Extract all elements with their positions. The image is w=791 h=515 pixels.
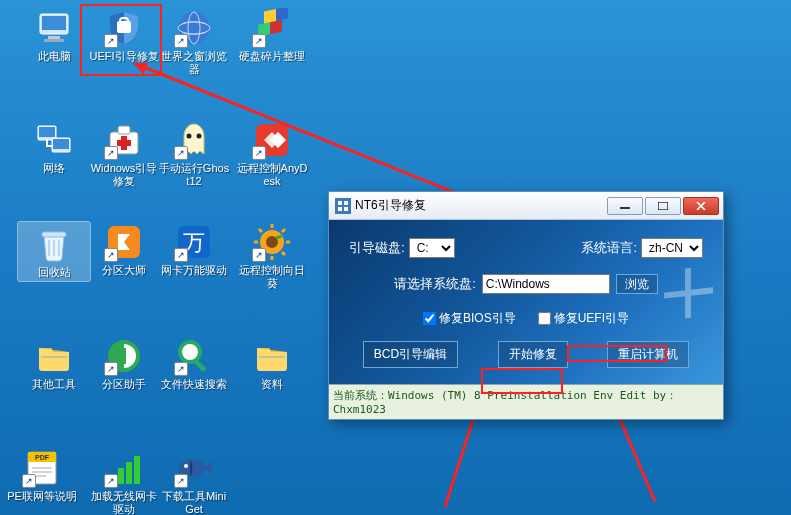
desktop-icon[interactable]: ↗加载无线网卡驱动 (88, 448, 160, 515)
boot-disk-label: 引导磁盘: (349, 239, 405, 257)
desktop-icon-label: 远程控制AnyDesk (236, 162, 308, 188)
pc-icon (34, 8, 74, 48)
shortcut-arrow-icon: ↗ (22, 474, 36, 488)
start-repair-button[interactable]: 开始修复 (498, 341, 568, 368)
svg-point-22 (197, 134, 202, 139)
folder-icon (252, 336, 292, 376)
desktop-icon[interactable]: ↗远程控制向日葵 (236, 222, 308, 290)
desktop-icon[interactable]: ↗世界之窗浏览器 (158, 8, 230, 76)
desktop-icon-label: 加载无线网卡驱动 (88, 490, 160, 515)
select-sys-label: 请选择系统盘: (394, 275, 476, 293)
shortcut-arrow-icon: ↗ (174, 146, 188, 160)
pcnet-icon (34, 120, 74, 160)
svg-rect-24 (42, 232, 66, 237)
sys-lang-label: 系统语言: (581, 239, 637, 257)
desktop-icon-label: 分区大师 (102, 264, 146, 277)
pa-icon: ↗ (104, 336, 144, 376)
shortcut-arrow-icon: ↗ (252, 248, 266, 262)
globe-icon: ↗ (174, 8, 214, 48)
desktop-icon[interactable]: 此电脑 (18, 8, 90, 63)
shortcut-arrow-icon: ↗ (104, 34, 118, 48)
shortcut-arrow-icon: ↗ (174, 34, 188, 48)
svg-rect-1 (42, 16, 66, 30)
desktop-icon-label: 网络 (43, 162, 65, 175)
desktop-icon[interactable]: ↗Widnows引导修复 (88, 120, 160, 188)
desktop-icon[interactable]: ↗硬盘碎片整理 (236, 8, 308, 63)
fix-bios-checkbox[interactable] (423, 312, 436, 325)
boot-disk-select[interactable]: C: (409, 238, 455, 258)
svg-rect-4 (117, 21, 131, 33)
svg-rect-18 (118, 126, 130, 134)
browse-button[interactable]: 浏览 (616, 274, 658, 294)
desktop-icon[interactable]: ↗手动运行Ghost12 (158, 120, 230, 188)
svg-rect-45 (335, 198, 351, 214)
desktop-icon-label: UEFI引导修复 (89, 50, 158, 63)
desktop-icon-label: PE联网等说明 (7, 490, 77, 503)
svg-rect-41 (126, 462, 132, 484)
shortcut-arrow-icon: ↗ (104, 248, 118, 262)
desktop-icon[interactable]: ↗文件快速搜索 (158, 336, 230, 391)
maximize-button[interactable] (645, 197, 681, 215)
titlebar[interactable]: NT6引导修复 (329, 192, 723, 220)
desktop-icon[interactable]: 资料 (236, 336, 308, 391)
desktop-icon-label: 下载工具MiniGet (158, 490, 230, 515)
svg-rect-20 (117, 140, 131, 146)
bcd-edit-button[interactable]: BCD引导编辑 (363, 341, 458, 368)
svg-rect-10 (270, 20, 282, 35)
desktop-icon-label: 回收站 (38, 266, 71, 279)
svg-rect-46 (620, 207, 630, 209)
desktop-icon-label: 远程控制向日葵 (236, 264, 308, 290)
svg-rect-11 (264, 9, 276, 24)
desktop-icon[interactable]: 回收站 (18, 222, 90, 281)
om-icon: ↗ (104, 222, 144, 262)
desktop-icon[interactable]: 网络 (18, 120, 90, 175)
shortcut-arrow-icon: ↗ (252, 34, 266, 48)
mag-icon: ↗ (174, 336, 214, 376)
desktop-icon-label: Widnows引导修复 (88, 162, 160, 188)
svg-rect-14 (39, 127, 55, 137)
fix-bios-check-label[interactable]: 修复BIOS引导 (423, 310, 516, 327)
close-button[interactable] (683, 197, 719, 215)
fix-uefi-checkbox[interactable] (538, 312, 551, 325)
cubes-icon: ↗ (252, 8, 292, 48)
sys-path-input[interactable] (482, 274, 610, 294)
reboot-button[interactable]: 重启计算机 (607, 341, 689, 368)
desktop-icon-label: 分区助手 (102, 378, 146, 391)
svg-rect-30 (41, 356, 67, 358)
svg-rect-35 (259, 356, 285, 358)
desktop-icon[interactable]: 其他工具 (18, 336, 90, 391)
trash-icon (34, 224, 74, 264)
svg-rect-2 (48, 36, 60, 39)
desktop-icon-label: 文件快速搜索 (161, 378, 227, 391)
shortcut-arrow-icon: ↗ (174, 474, 188, 488)
fix-uefi-check-label[interactable]: 修复UEFI引导 (538, 310, 629, 327)
desktop-icon[interactable]: PDF↗PE联网等说明 (6, 448, 78, 503)
desktop-icon-label: 硬盘碎片整理 (239, 50, 305, 63)
svg-text:PDF: PDF (35, 454, 50, 461)
desktop-icon[interactable]: ↗分区大师 (88, 222, 160, 277)
desktop-icon[interactable]: ↗分区助手 (88, 336, 160, 391)
desktop-icon[interactable]: 万↗网卡万能驱动 (158, 222, 230, 277)
desktop-icon[interactable]: ↗UEFI引导修复 (88, 8, 160, 63)
ghost-icon: ↗ (174, 120, 214, 160)
shortcut-arrow-icon: ↗ (104, 362, 118, 376)
desktop-icon[interactable]: ↗下载工具MiniGet (158, 448, 230, 515)
fish-icon: ↗ (174, 448, 214, 488)
shortcut-arrow-icon: ↗ (104, 474, 118, 488)
desktop-icon-label: 网卡万能驱动 (161, 264, 227, 277)
sys-lang-select[interactable]: zh-CN (641, 238, 703, 258)
bars-icon: ↗ (104, 448, 144, 488)
sun-icon: ↗ (252, 222, 292, 262)
desktop-icon-label: 其他工具 (32, 378, 76, 391)
pdf-icon: PDF↗ (22, 448, 62, 488)
svg-rect-32 (122, 348, 126, 364)
desktop-icon-label: 资料 (261, 378, 283, 391)
status-bar: 当前系统：Windows (TM) 8 Preinstallation Env … (329, 384, 723, 419)
desktop-icon-label: 此电脑 (38, 50, 71, 63)
shortcut-arrow-icon: ↗ (174, 362, 188, 376)
firstaid-icon: ↗ (104, 120, 144, 160)
svg-point-21 (187, 134, 192, 139)
minimize-button[interactable] (607, 197, 643, 215)
svg-rect-34 (193, 359, 206, 372)
svg-rect-40 (118, 468, 124, 484)
